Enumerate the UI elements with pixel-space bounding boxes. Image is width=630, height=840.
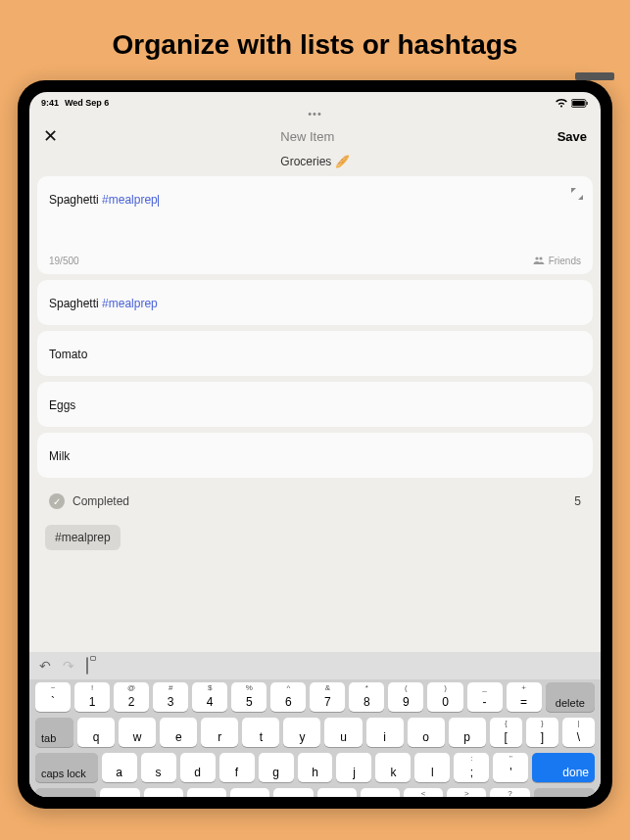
save-button[interactable]: Save [557,129,587,144]
key-[interactable]: :; [454,753,489,782]
key-[interactable]: {[ [490,718,522,747]
key-f[interactable]: f [219,753,255,782]
svg-rect-2 [587,102,588,105]
key-9[interactable]: (9 [388,682,423,712]
key-1[interactable]: !1 [74,682,110,712]
status-time: 9:41 [41,98,59,108]
key-h[interactable]: h [298,753,333,782]
key-n[interactable]: n [317,788,357,797]
key-shift[interactable]: shift [35,788,96,797]
key-[interactable]: |\ [562,718,595,747]
key-z[interactable]: z [100,788,139,797]
key-e[interactable]: e [160,718,197,747]
key-delete[interactable]: delete [546,682,595,712]
screen: 9:41 Wed Sep 6 ••• ✕ New Item Save Groce… [29,92,601,797]
key-d[interactable]: d [180,753,216,782]
key-s[interactable]: s [141,753,176,782]
clipboard-icon[interactable] [86,658,88,674]
nav-title: New Item [280,129,334,144]
nav-bar: ✕ New Item Save [29,119,601,151]
key-4[interactable]: $4 [192,682,227,712]
key-capslock[interactable]: caps lock [35,753,98,782]
key-r[interactable]: r [201,718,238,747]
svg-rect-1 [572,100,585,106]
key-i[interactable]: i [366,718,404,747]
key-c[interactable]: c [187,788,226,797]
key-x[interactable]: x [144,788,183,797]
key-v[interactable]: v [230,788,269,797]
window-handle-dots[interactable]: ••• [29,108,601,119]
key-j[interactable]: j [336,753,371,782]
key-[interactable]: _- [467,682,503,712]
text-cursor [158,195,159,207]
key-l[interactable]: l [414,753,450,782]
key-p[interactable]: p [449,718,486,747]
key-a[interactable]: a [102,753,137,782]
people-icon [533,256,545,266]
key-w[interactable]: w [119,718,156,747]
svg-point-3 [535,257,538,259]
status-date: Wed Sep 6 [65,98,109,108]
key-u[interactable]: u [324,718,362,747]
key-0[interactable]: )0 [427,682,462,712]
redo-icon[interactable]: ↷ [63,658,74,674]
device-button [575,72,614,80]
keyboard-toolbar: ↶ ↷ [29,652,601,679]
key-g[interactable]: g [259,753,294,782]
hashtag-suggestion[interactable]: #mealprep [45,525,121,550]
key-o[interactable]: o [408,718,445,747]
key-[interactable]: }] [526,718,558,747]
key-m[interactable]: m [361,788,400,797]
char-counter: 19/500 [49,256,79,266]
list-item[interactable]: Tomato [37,331,593,376]
key-5[interactable]: %5 [231,682,267,712]
key-q[interactable]: q [77,718,115,747]
input-text[interactable]: Spaghetti #mealprep [49,193,159,207]
list-item[interactable]: Milk [37,433,593,478]
hero-title: Organize with lists or hashtags [0,0,630,80]
key-[interactable]: <, [404,788,443,797]
key-[interactable]: "' [493,753,528,782]
key-2[interactable]: @2 [114,682,149,712]
visibility-toggle[interactable]: Friends [533,256,581,266]
key-done[interactable]: done [532,753,595,782]
key-[interactable]: ~` [35,682,71,712]
key-[interactable]: += [507,682,542,712]
list-item[interactable]: Spaghetti #mealprep [37,280,593,325]
completed-count: 5 [574,494,581,508]
wifi-icon [556,99,567,108]
undo-icon[interactable]: ↶ [39,658,51,674]
battery-icon [571,99,589,108]
list-item[interactable]: Eggs [37,382,593,427]
list-name[interactable]: Groceries 🥖 [29,151,601,176]
close-button[interactable]: ✕ [43,125,58,147]
key-7[interactable]: &7 [310,682,345,712]
key-8[interactable]: *8 [349,682,384,712]
svg-point-4 [539,257,542,259]
key-b[interactable]: b [273,788,313,797]
completed-section[interactable]: ✓ Completed 5 [37,484,593,519]
keyboard: ↶ ↷ ~`!1@2#3$4%5^6&7*8(9)0_-+=delete tab… [29,652,601,797]
key-3[interactable]: #3 [153,682,188,712]
key-[interactable]: >. [447,788,486,797]
key-t[interactable]: t [242,718,279,747]
device-frame: 9:41 Wed Sep 6 ••• ✕ New Item Save Groce… [18,80,612,809]
key-k[interactable]: k [375,753,411,782]
expand-icon[interactable] [571,186,583,204]
key-[interactable]: ?/ [490,788,529,797]
new-item-input-card[interactable]: Spaghetti #mealprep 19/500 Friends [37,176,593,274]
key-tab[interactable]: tab [35,718,73,747]
check-icon: ✓ [49,493,65,509]
key-y[interactable]: y [283,718,320,747]
key-shift[interactable]: shift [534,788,595,797]
suggestion-bar: #mealprep [37,519,593,556]
key-6[interactable]: ^6 [270,682,306,712]
